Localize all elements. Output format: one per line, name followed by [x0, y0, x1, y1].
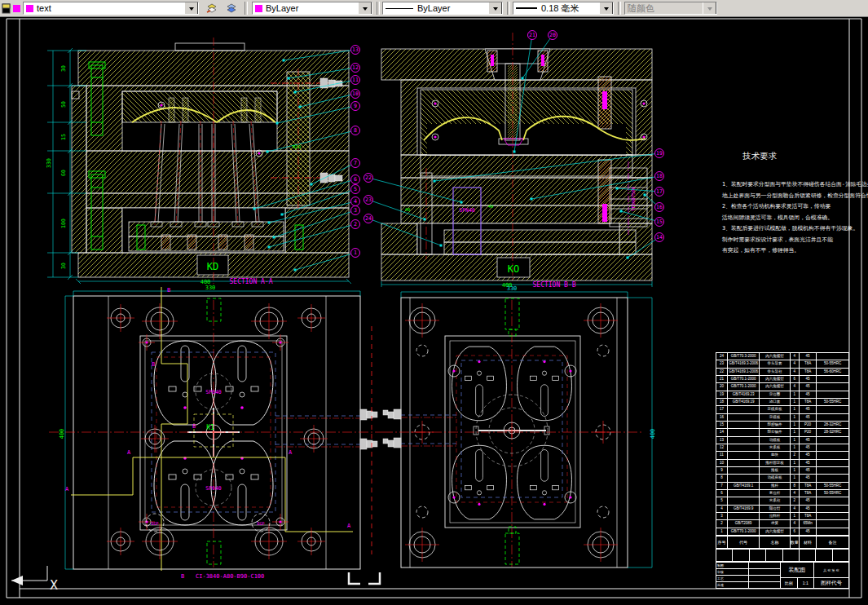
layers-stack-icon: [225, 2, 238, 14]
bom-cell: 支承板: [760, 444, 790, 451]
0-text: 30: [60, 65, 67, 72]
bom-cell: 45: [800, 406, 817, 413]
bom-cell: GB/T70.3-2000: [728, 353, 760, 360]
lineweight-combo[interactable]: 0.18 毫米: [513, 2, 614, 15]
layer-previous-button[interactable]: [223, 2, 240, 15]
bom-cell: T8A: [800, 513, 817, 519]
bom-row: 3拉料杆1T8A: [716, 513, 848, 520]
hole-dot: [569, 496, 571, 498]
bom-cell: 定模板: [760, 414, 790, 421]
bom-cell: 45: [800, 497, 817, 504]
bom-cell: [817, 444, 848, 451]
bom-cell: 2: [716, 520, 728, 527]
dim-side-text: 400: [59, 429, 65, 439]
bom-cell: 65Mn: [800, 520, 817, 527]
bom-row: 2GB/T2089弹簧465Mn: [716, 520, 848, 528]
balloon-number: 12: [352, 64, 359, 71]
leader-dot: [273, 236, 275, 239]
plan-left-view: [49, 287, 383, 571]
layer-combo[interactable]: text: [23, 2, 199, 15]
bom-cell: P20: [800, 422, 817, 428]
4-text: 3、装配后要进行试模配做，脱模机构不得有干涉现象。: [722, 225, 858, 232]
linetype-dropdown-arrow[interactable]: [488, 2, 502, 15]
linetype-combo[interactable]: ByLayer: [382, 2, 503, 15]
toolbar: text ByLayer ByLayer 0.18 毫米 随颜色: [0, 0, 868, 17]
hole-dot: [642, 102, 645, 104]
balloon-number: 15: [656, 219, 663, 225]
bom-cell: 推杆: [760, 483, 790, 489]
hole-dot: [434, 135, 436, 138]
bom-cell: 支承柱: [760, 497, 790, 504]
label-sp040-text: SP040: [205, 485, 222, 492]
color-dropdown-arrow[interactable]: [358, 2, 372, 15]
balloon-number: 22: [365, 174, 372, 181]
1-text: 50: [60, 101, 67, 108]
chevron-down-icon: [189, 7, 194, 13]
chevron-down-icon: [707, 7, 712, 13]
bom-cell: 17: [716, 406, 728, 413]
bom-cell: P20: [800, 429, 817, 435]
balloon-number: 10: [352, 91, 359, 97]
leader-dot: [531, 198, 533, 201]
bom-cell: 内六角螺钉: [760, 376, 790, 382]
bom-cell: 定位圈: [760, 391, 790, 398]
lineweight-value: 0.18 毫米: [541, 2, 579, 15]
bom-spacer-row: [716, 549, 849, 562]
bom-cell: 6: [791, 376, 800, 382]
bom-cell: 6: [716, 490, 728, 497]
1-text: 地上处界面与另一分型面吻合后锁紧研修，检查分型面符合情况。: [721, 192, 868, 199]
bom-cell: 复位杆: [760, 490, 790, 497]
bom-cell: T8A: [800, 360, 817, 367]
bom-cell: [728, 452, 760, 458]
lineweight-glyph-icon: [516, 7, 537, 9]
bom-cell: 垫块: [760, 452, 790, 458]
bom-row: 14型芯镶件1P2028-32HRC: [716, 429, 848, 436]
bom-row: 18GB/T4169.19浇口套1T8A50-55HRC: [716, 399, 848, 406]
bom-cell: 定模座板: [760, 406, 790, 413]
balloon-number: 13: [352, 46, 359, 53]
leader-dot: [522, 77, 524, 80]
make-object-layer-current-button[interactable]: [203, 2, 221, 15]
bom-row: 6复位杆4T8A50-55HRC: [716, 490, 848, 497]
leader-dot: [281, 214, 284, 216]
layer-color-button[interactable]: [11, 2, 21, 15]
bom-cell: [817, 467, 848, 474]
bom-cell: T8A: [800, 490, 817, 497]
hole-dot: [452, 369, 455, 372]
marker-b-text: B: [152, 361, 155, 368]
lineweight-dropdown-arrow[interactable]: [599, 2, 613, 15]
balloon-number: 1: [354, 250, 357, 256]
bom-cell: 1: [716, 528, 728, 535]
layer-tool-button[interactable]: [1, 2, 11, 15]
0-text: 40: [405, 207, 411, 212]
bom-row: 15型腔镶件1P2028-32HRC: [716, 422, 848, 429]
bom-cell: 1: [791, 460, 800, 466]
bom-cell: 推板: [760, 467, 790, 474]
balloon-number: 5: [354, 186, 357, 192]
marker-b-text: B: [181, 573, 184, 580]
bom-cell: 45: [800, 414, 817, 421]
1-text: 40: [488, 204, 494, 209]
toolbar-separator: [377, 2, 380, 15]
bom-cell: 内六角螺钉: [760, 383, 790, 390]
balloon-number: 9: [354, 103, 357, 109]
scale-label: 比例: [781, 578, 798, 588]
color-combo[interactable]: ByLayer: [252, 2, 372, 15]
bom-cell: 1: [791, 475, 800, 481]
bom-header-cell: 数量: [791, 537, 800, 548]
bom-cell: 22: [716, 369, 728, 375]
bom-cell: 带头导柱: [760, 369, 790, 375]
drawing-canvas[interactable]: 1312111098765432121201918171615142223243…: [0, 16, 868, 605]
bom-cell: 12: [716, 444, 728, 451]
hole-dot: [145, 341, 148, 343]
ucs-icon: [11, 566, 47, 585]
bom-cell: 9: [716, 467, 728, 474]
bom-cell: 24: [716, 353, 728, 360]
balloon-number: 19: [656, 150, 663, 157]
bom-cell: 19: [716, 391, 728, 398]
leader-dot: [440, 245, 443, 247]
bom-header-cell: 名称: [760, 537, 790, 548]
layer-dropdown-arrow[interactable]: [184, 2, 198, 15]
balloon-number: 18: [656, 173, 663, 179]
balloon-number: 11: [352, 77, 359, 83]
